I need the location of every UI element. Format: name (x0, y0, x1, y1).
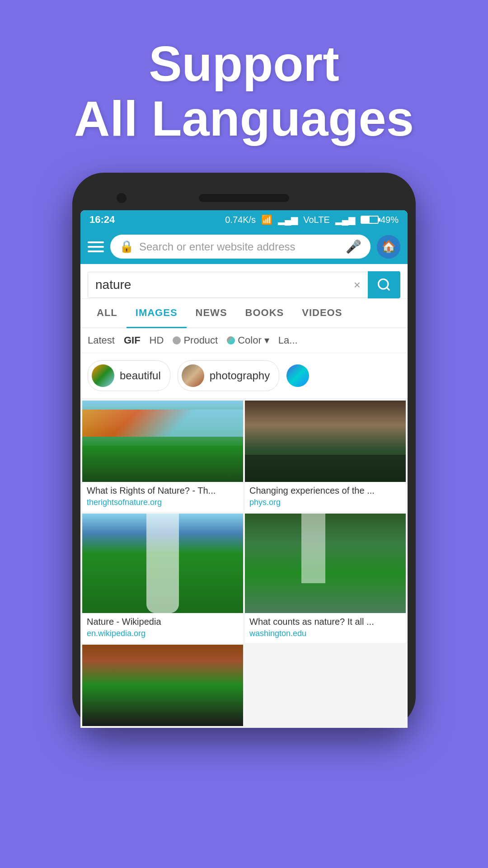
signal-icon: ▂▄▆ (278, 214, 298, 225)
color-icon (227, 336, 235, 344)
search-query: nature (95, 278, 131, 292)
tab-navigation: ALL IMAGES NEWS BOOKS VIDEOS (80, 299, 408, 328)
signal2-icon: ▂▄▆ (335, 214, 355, 225)
home-button[interactable]: 🏠 (377, 235, 400, 259)
tab-books[interactable]: BOOKS (236, 299, 293, 327)
grid-source-4: washington.edu (249, 629, 401, 638)
grid-item-3[interactable]: Nature - Wikipedia en.wikipedia.org (82, 514, 243, 643)
pill-thumb-photography (182, 364, 204, 387)
pill-beautiful[interactable]: beautiful (88, 360, 170, 391)
grid-caption-3: Nature - Wikipedia en.wikipedia.org (82, 613, 243, 643)
phone-mockup: 16:24 0.74K/s 📶 ▂▄▆ VoLTE ▂▄▆ 49% (0, 173, 488, 728)
search-submit-button[interactable] (368, 271, 400, 298)
pill-extra-thumb[interactable] (286, 364, 309, 387)
image-grid: What is Rights of Nature? - Th... therig… (80, 399, 408, 728)
grid-title-3: Nature - Wikipedia (87, 617, 239, 627)
front-camera (117, 193, 127, 203)
home-icon: 🏠 (381, 240, 396, 254)
speed-indicator: 0.74K/s (225, 215, 256, 225)
grid-source-1: therightsofnature.org (87, 498, 239, 507)
grid-title-4: What counts as nature? It all ... (249, 617, 401, 627)
filter-color[interactable]: Color ▾ (227, 335, 269, 346)
pill-photography[interactable]: photography (178, 360, 279, 391)
grid-image-sky (82, 401, 243, 482)
grid-image-waterfall (82, 514, 243, 613)
status-time: 16:24 (89, 214, 115, 226)
filter-latest[interactable]: Latest (88, 335, 115, 346)
url-input[interactable]: Search or enter website address (139, 241, 340, 253)
clear-search-button[interactable]: × (354, 278, 361, 292)
category-pills: beautiful photography (80, 353, 408, 399)
browser-bar: 🔒 Search or enter website address 🎤 🏠 (80, 229, 408, 264)
phone-screen: 16:24 0.74K/s 📶 ▂▄▆ VoLTE ▂▄▆ 49% (80, 210, 408, 728)
product-icon (173, 336, 181, 344)
grid-image-bottom (82, 645, 243, 726)
menu-button[interactable] (88, 241, 104, 252)
grid-source-2: phys.org (249, 498, 401, 507)
pill-label-photography: photography (210, 369, 270, 382)
phone-body: 16:24 0.74K/s 📶 ▂▄▆ VoLTE ▂▄▆ 49% (72, 173, 416, 728)
grid-item-5[interactable] (82, 645, 243, 726)
search-input-wrap[interactable]: nature × (88, 272, 368, 298)
search-bar: nature × (80, 264, 408, 299)
tab-all[interactable]: ALL (88, 299, 127, 327)
microphone-icon[interactable]: 🎤 (346, 239, 361, 254)
grid-image-mountain (245, 401, 406, 482)
chevron-down-icon: ▾ (264, 335, 269, 346)
filter-language[interactable]: La... (278, 335, 298, 346)
tab-news[interactable]: NEWS (187, 299, 236, 327)
filter-bar: Latest GIF HD Product Color ▾ La... (80, 328, 408, 353)
grid-item-4[interactable]: What counts as nature? It all ... washin… (245, 514, 406, 643)
grid-item-1[interactable]: What is Rights of Nature? - Th... therig… (82, 401, 243, 512)
wifi-icon: 📶 (261, 214, 272, 225)
phone-speaker (199, 194, 289, 202)
status-bar: 16:24 0.74K/s 📶 ▂▄▆ VoLTE ▂▄▆ 49% (80, 210, 408, 229)
search-icon (377, 278, 391, 292)
grid-caption-2: Changing experiences of the ... phys.org (245, 482, 406, 512)
pill-thumb-beautiful (92, 364, 114, 387)
battery-indicator: 49% (361, 215, 399, 225)
pill-label-beautiful: beautiful (120, 369, 161, 382)
grid-image-waterfall2 (245, 514, 406, 613)
hero-title: Support All Languages (18, 36, 470, 146)
grid-title-1: What is Rights of Nature? - Th... (87, 486, 239, 496)
volte-label: VoLTE (303, 215, 330, 225)
filter-product[interactable]: Product (173, 335, 218, 346)
phone-bezel (80, 185, 408, 210)
url-bar[interactable]: 🔒 Search or enter website address 🎤 (110, 235, 371, 259)
hero-section: Support All Languages (0, 0, 488, 173)
grid-item-2[interactable]: Changing experiences of the ... phys.org (245, 401, 406, 512)
tab-images[interactable]: IMAGES (127, 299, 187, 328)
filter-hd[interactable]: HD (150, 335, 164, 346)
filter-gif[interactable]: GIF (124, 335, 141, 346)
grid-title-2: Changing experiences of the ... (249, 486, 401, 496)
grid-caption-1: What is Rights of Nature? - Th... therig… (82, 482, 243, 512)
grid-source-3: en.wikipedia.org (87, 629, 239, 638)
lock-icon: 🔒 (119, 240, 134, 254)
tab-videos[interactable]: VIDEOS (293, 299, 351, 327)
grid-caption-4: What counts as nature? It all ... washin… (245, 613, 406, 643)
status-right: 0.74K/s 📶 ▂▄▆ VoLTE ▂▄▆ 49% (225, 214, 399, 225)
